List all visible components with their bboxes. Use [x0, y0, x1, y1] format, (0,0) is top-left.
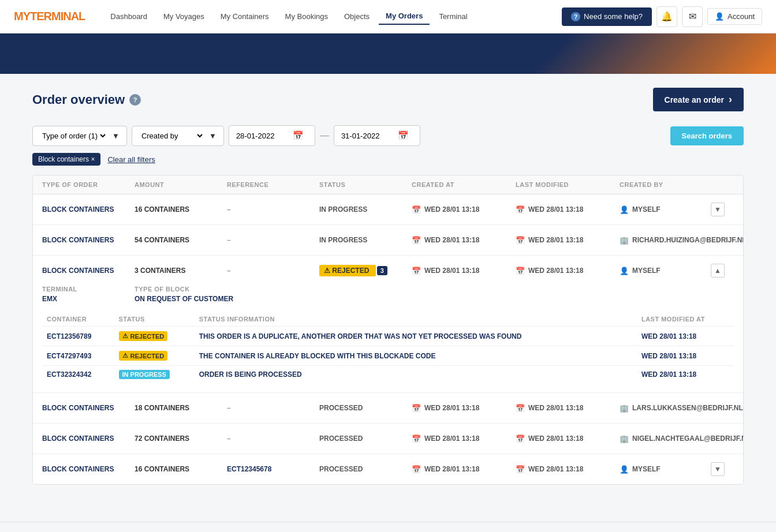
filter-tag-label: Block containers ×	[38, 155, 95, 163]
cell-created-by: 👤 MYSELF	[620, 205, 711, 214]
last-modified-value: WED 28/01 13:18	[528, 205, 583, 213]
collapse-row-button[interactable]: ▲	[711, 264, 725, 278]
sub-cell-status: ⚠ REJECTED	[114, 346, 195, 366]
sub-cell-container: ECT47297493	[42, 346, 114, 366]
logo[interactable]: MYTERMINAL	[14, 10, 85, 23]
type-of-order-select[interactable]: Type of order (1)	[40, 131, 107, 141]
detail-row: ECT32324342 IN PROGRESS ORDER IS BEING P…	[42, 366, 734, 384]
nav-terminal[interactable]: Terminal	[432, 9, 474, 24]
cell-created-at: 📅 WED 28/01 13:18	[412, 465, 516, 474]
nav-objects[interactable]: Objects	[337, 9, 376, 24]
col-last-modified: LAST MODIFIED	[516, 181, 620, 188]
status-badge: PROCESSED	[319, 404, 363, 412]
expand-row-button[interactable]: ▼	[711, 203, 725, 216]
cell-last-modified: 📅 WED 28/01 13:18	[516, 267, 620, 275]
status-badge: PROCESSED	[319, 434, 363, 443]
sub-status-badge: ⚠ REJECTED	[119, 331, 168, 341]
cell-amount: 3 CONTAINERS	[135, 267, 227, 275]
cell-reference: ECT12345678	[227, 465, 319, 473]
building-icon: 🏢	[620, 434, 629, 443]
active-filters-row: Block containers × Clear all filters	[32, 153, 744, 166]
cell-type: BLOCK CONTAINERS	[42, 434, 135, 443]
cell-created-at: 📅 WED 28/01 13:18	[412, 236, 516, 245]
messages-button[interactable]: ✉	[682, 6, 703, 27]
sub-cell-modified: WED 28/01 13:18	[637, 327, 734, 346]
table-row: BLOCK CONTAINERS 18 CONTAINERS – PROCESS…	[33, 393, 743, 424]
person-icon: 👤	[620, 267, 629, 275]
calendar-icon: 📅	[412, 267, 421, 275]
expand-row-button[interactable]: ▼	[743, 401, 744, 415]
sub-cell-info: THE CONTAINER IS ALREADY BLOCKED WITH TH…	[195, 346, 637, 366]
calendar-icon: 📅	[412, 434, 421, 443]
cell-action: ▼	[743, 401, 744, 415]
last-modified-value: WED 28/01 13:18	[528, 267, 583, 275]
sub-cell-info: ORDER IS BEING PROCESSED	[195, 366, 637, 384]
cell-amount: 18 CONTAINERS	[135, 404, 227, 412]
status-badge: PROCESSED	[319, 465, 363, 473]
logo-erminal: ERMINAL	[36, 10, 85, 23]
cell-last-modified: 📅 WED 28/01 13:18	[516, 465, 620, 474]
date-from-field[interactable]	[236, 132, 288, 140]
page-help-icon[interactable]: ?	[129, 94, 141, 106]
rejected-count: 3	[377, 266, 387, 275]
sub-col-last-modified: LAST MODIFIED AT	[637, 312, 734, 327]
search-orders-button[interactable]: Search orders	[670, 126, 744, 145]
created-by-value: MYSELF	[632, 205, 661, 213]
date-to-input[interactable]: 📅	[334, 125, 420, 146]
sub-cell-modified: WED 28/01 13:18	[637, 366, 734, 384]
expand-row-button[interactable]: ▼	[711, 462, 725, 476]
created-by-select[interactable]: Created by	[139, 131, 204, 141]
block-containers-tag[interactable]: Block containers ×	[32, 153, 100, 166]
help-label: Need some help?	[584, 12, 643, 21]
cell-status: PROCESSED	[319, 404, 412, 412]
date-to-field[interactable]	[341, 132, 393, 140]
nav-my-bookings[interactable]: My Bookings	[278, 9, 335, 24]
table-row: BLOCK CONTAINERS 16 CONTAINERS – IN PROG…	[33, 194, 743, 225]
calendar-from-icon[interactable]: 📅	[293, 130, 304, 141]
created-by-value: RICHARD.HUIZINGA@BEDRIJF.NL	[632, 236, 744, 244]
date-from-input[interactable]: 📅	[229, 125, 315, 146]
person-icon: 👤	[620, 205, 629, 214]
created-by-filter[interactable]: Created by ▼	[132, 126, 224, 146]
cell-action: ▼	[711, 203, 734, 216]
status-badge: ⚠ REJECTED	[319, 265, 376, 276]
nav-my-containers[interactable]: My Containers	[214, 9, 276, 24]
created-at-value: WED 28/01 13:18	[424, 205, 479, 213]
created-by-value: LARS.LUKKASSEN@BEDRIJF.NL	[632, 404, 743, 412]
sub-col-container: CONTAINER	[42, 312, 114, 327]
cell-type: BLOCK CONTAINERS	[42, 267, 135, 275]
created-by-value: MYSELF	[632, 267, 661, 275]
cell-last-modified: 📅 WED 28/01 13:18	[516, 205, 620, 214]
nav-my-orders[interactable]: My Orders	[379, 8, 430, 25]
help-button[interactable]: ? Need some help?	[562, 8, 652, 26]
sub-status-badge: IN PROGRESS	[119, 370, 170, 379]
created-at-value: WED 28/01 13:18	[424, 404, 479, 412]
cell-amount: 16 CONTAINERS	[135, 465, 227, 473]
hero-strip	[0, 33, 776, 74]
cell-type: BLOCK CONTAINERS	[42, 404, 135, 412]
nav-dashboard[interactable]: Dashboard	[103, 9, 154, 24]
logo-my: MY	[14, 10, 30, 23]
cell-last-modified: 📅 WED 28/01 13:18	[516, 404, 620, 413]
cell-reference: –	[227, 205, 319, 213]
sub-col-info: STATUS INFORMATION	[195, 312, 637, 327]
cell-type: BLOCK CONTAINERS	[42, 465, 135, 473]
building-icon: 🏢	[620, 236, 629, 245]
cell-amount: 16 CONTAINERS	[135, 205, 227, 213]
created-at-value: WED 28/01 13:18	[424, 465, 479, 473]
sub-cell-modified: WED 28/01 13:18	[637, 346, 734, 366]
account-icon: 👤	[715, 12, 724, 21]
create-order-button[interactable]: Create an order	[653, 88, 744, 111]
table-row: BLOCK CONTAINERS 3 CONTAINERS – ⚠ REJECT…	[33, 256, 743, 286]
calendar-to-icon[interactable]: 📅	[398, 130, 409, 141]
clear-all-filters[interactable]: Clear all filters	[107, 155, 155, 164]
col-created-by: CREATED BY	[620, 181, 711, 188]
calendar-icon: 📅	[516, 404, 525, 413]
nav-my-voyages[interactable]: My Voyages	[156, 9, 211, 24]
footer: HUTCHISON PORTS ECT ROTTERDAM © 2022 Hut…	[0, 522, 776, 532]
notifications-button[interactable]: 🔔	[656, 6, 677, 27]
cell-last-modified: 📅 WED 28/01 13:18	[516, 434, 620, 443]
account-button[interactable]: 👤 Account	[707, 8, 762, 25]
created-at-value: WED 28/01 13:18	[424, 236, 479, 244]
type-of-order-filter[interactable]: Type of order (1) ▼	[32, 126, 127, 146]
